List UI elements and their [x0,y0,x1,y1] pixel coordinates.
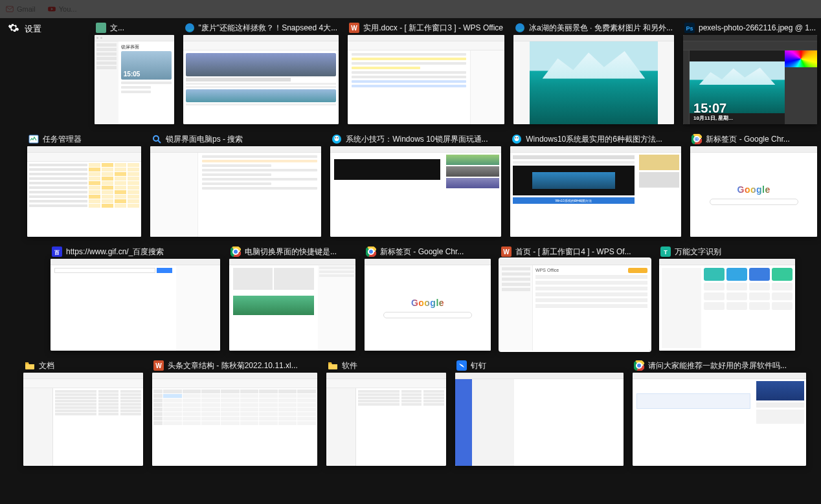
qq-icon [332,134,342,144]
window-chrome-newtab2[interactable]: 新标签页 - Google Chr... Google [365,245,491,351]
window-title: 任务管理器 [43,134,140,145]
window-title: pexels-photo-2662116.jpeg @ 1... [699,23,816,32]
window-dingtalk[interactable]: 钉钉 [455,358,624,466]
svg-point-17 [515,137,517,138]
svg-point-10 [153,136,159,141]
window-title: 文档 [39,360,142,371]
svg-point-18 [517,137,519,138]
svg-rect-2 [96,23,106,33]
window-baidu-search[interactable]: 百 https://www.gif.cn/_百度搜索 [51,245,220,351]
window-chrome-shortcut-article[interactable]: 电脑切换界面的快捷键是... [229,245,355,351]
task-view-overlay[interactable]: 设置 文... 锁屏界面 [0,0,821,504]
window-title: 万能文字识别 [675,247,794,257]
upgrade-button[interactable] [628,268,647,273]
window-title: 新标签页 - Google Chr... [706,134,816,145]
taskmgr-icon [28,134,39,144]
svg-text:百: 百 [54,250,60,256]
window-chrome-newtab[interactable]: 新标签页 - Google Chr... Google [690,132,817,237]
svg-text:Ps: Ps [686,25,693,32]
chrome-icon [231,247,241,257]
chrome-icon [692,134,702,144]
window-title: 实用.docx - [ 新工作窗口3 ] - WPS Office [363,23,503,34]
svg-point-25 [696,138,698,140]
lake-photo [530,41,658,124]
task-row: 任务管理器 [4,132,817,237]
svg-rect-42 [25,362,28,364]
window-title: 头条文章结构 - 陈秋菊2022.10.11.xl... [168,360,316,371]
window-title: "废片"还能这样拯救？！Snapseed 4大... [199,23,338,34]
svg-point-12 [335,136,339,141]
svg-point-14 [337,137,339,138]
settings-label: 设置 [25,23,41,35]
window-explorer-documents[interactable]: 文档 [23,358,143,466]
window-title: Windows10系统最实用的6种截图方法... [526,134,680,145]
edge-icon [515,23,525,33]
window-chrome-forum[interactable]: 请问大家能推荐一款好用的录屏软件吗... [633,358,806,466]
window-wps-doc[interactable]: W 实用.docx - [ 新工作窗口3 ] - WPS Office [348,21,504,124]
chrome-icon [366,247,376,257]
search-input[interactable] [710,199,798,205]
window-title: https://www.gif.cn/_百度搜索 [66,247,219,257]
chrome-icon [634,360,644,371]
svg-text:W: W [351,25,357,32]
clock-overlay: 15:07 10月11日, 星期... [693,102,733,122]
svg-point-6 [515,23,524,32]
window-title: 请问大家能推荐一款好用的录屏软件吗... [648,360,805,371]
window-title: 锁屏界面电脑ps - 搜索 [166,134,320,145]
window-wps-excel[interactable]: W 头条文章结构 - 陈秋菊2022.10.11.xl... [152,358,317,466]
folder-icon [328,360,338,371]
wps-word-icon: W [501,247,512,257]
window-task-manager[interactable]: 任务管理器 [27,132,141,237]
svg-text:W: W [155,362,162,369]
svg-text:T: T [664,249,668,256]
window-title: 首页 - [ 新工作窗口4 ] - WPS Of... [515,247,649,257]
window-title: 软件 [342,360,445,371]
svg-point-37 [369,250,373,254]
app-icon [96,23,106,33]
window-wps-home[interactable]: W 首页 - [ 新工作窗口4 ] - WPS Of... WPS Office [500,245,650,351]
search-icon [152,134,162,144]
window-qq-article1[interactable]: 系统小技巧：Windows 10锁屏界面玩通... [330,132,501,237]
window-title: 钉钉 [471,360,622,371]
ocr-icon: T [660,247,671,257]
window-explorer-software[interactable]: 软件 [326,358,446,466]
window-qq-article2[interactable]: Windows10系统最实用的6种截图方法... Win10系统的6种截图方法 [510,132,681,237]
svg-point-32 [234,250,238,254]
window-title: 新标签页 - Google Chr... [380,247,489,257]
svg-point-16 [515,136,519,141]
edge-icon [185,23,195,33]
window-settings-app[interactable]: 文... 锁屏界面 [95,21,174,124]
window-title: 系统小技巧：Windows 10锁屏界面玩通... [346,134,500,145]
task-row: 文... 锁屏界面 "废 [4,21,817,124]
baidu-icon: 百 [52,247,62,257]
window-title: 文... [110,23,173,34]
task-row: 文档 [4,358,817,466]
svg-point-51 [637,364,641,367]
dingtalk-icon [456,360,467,371]
task-view-rows: 文... 锁屏界面 "废 [4,21,817,466]
wps-excel-icon: W [153,360,164,371]
wps-word-icon: W [349,23,359,33]
lockscreen-preview [121,51,172,80]
google-logo: Google [411,298,444,308]
google-logo: Google [737,184,770,195]
window-search[interactable]: 锁屏界面电脑ps - 搜索 [150,132,321,237]
search-input[interactable] [383,312,472,318]
photoshop-icon: Ps [684,23,695,33]
wps-logo: WPS Office [535,268,568,273]
task-row: 百 https://www.gif.cn/_百度搜索 [4,245,817,351]
svg-point-13 [335,137,337,138]
svg-point-3 [185,23,194,32]
window-title: 冰a湖的美丽景色 · 免费素材图片 和另外... [529,23,673,34]
video-caption: Win10系统的6种截图方法 [513,197,634,204]
window-photoshop[interactable]: Ps pexels-photo-2662116.jpeg @ 1... 15:0… [683,21,817,124]
svg-rect-45 [328,362,332,364]
settings-window-header[interactable]: 设置 [8,22,41,36]
svg-text:W: W [503,248,510,256]
qq-icon [512,134,522,144]
window-edge-snapseed[interactable]: "废片"还能这样拯救？！Snapseed 4大... [183,21,339,124]
window-title: 电脑切换界面的快捷键是... [245,247,354,257]
window-edge-lake[interactable]: 冰a湖的美丽景色 · 免费素材图片 和另外... [513,21,674,124]
folder-icon [25,360,35,371]
window-ocr-app[interactable]: T 万能文字识别 [659,245,795,351]
